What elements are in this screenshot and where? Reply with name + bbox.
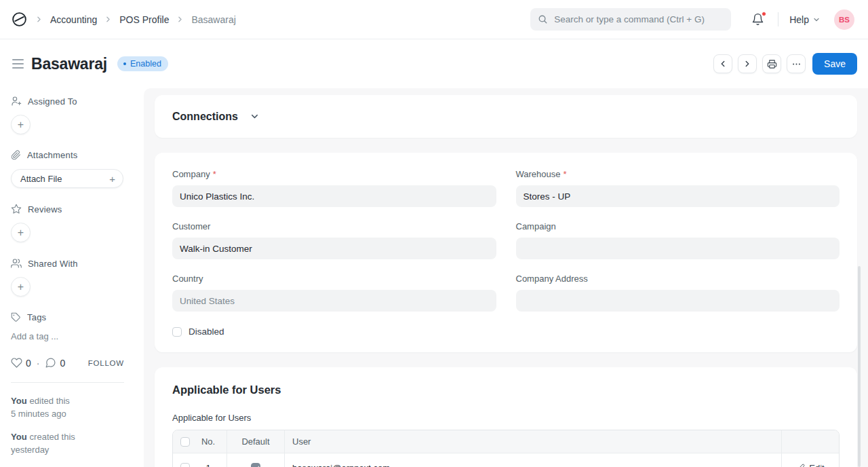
default-checkbox[interactable] <box>251 463 260 467</box>
plus-icon: + <box>109 173 115 185</box>
form-sidebar: Assigned To + Attachments Attach File + <box>0 88 144 467</box>
scrollbar-thumb[interactable] <box>858 266 861 467</box>
search-icon <box>538 14 548 24</box>
chevron-right-icon <box>743 59 752 69</box>
heart-icon[interactable] <box>11 357 22 369</box>
add-review-button[interactable]: + <box>11 223 31 242</box>
disabled-checkbox[interactable] <box>172 327 182 337</box>
printer-icon <box>767 59 777 69</box>
row-select-checkbox[interactable] <box>180 463 190 467</box>
disabled-label: Disabled <box>189 326 224 337</box>
connections-section[interactable]: Connections <box>155 95 857 138</box>
applicable-users-section: Applicable for Users Applicable for User… <box>155 367 857 467</box>
connections-title: Connections <box>172 111 238 123</box>
activity-time: 5 minutes ago <box>11 407 124 420</box>
help-menu[interactable]: Help <box>789 14 821 25</box>
row-number: 1 <box>190 463 226 467</box>
users-icon <box>11 258 22 269</box>
activity-created: Youcreated this yesterday <box>11 430 124 456</box>
top-navbar: Accounting POS Profile Basawaraj Search … <box>0 0 868 39</box>
user-plus-icon <box>11 96 22 107</box>
table-row[interactable]: 1 basawaraj@erpnext.com <box>173 453 839 467</box>
required-asterisk: * <box>564 169 567 179</box>
avatar[interactable]: BS <box>834 10 854 30</box>
select-all-checkbox[interactable] <box>180 437 190 447</box>
more-actions-button[interactable] <box>787 54 806 73</box>
edit-row-button[interactable]: Edit <box>796 463 824 467</box>
country-field[interactable]: United States <box>172 290 496 312</box>
activity-user: You <box>11 396 27 406</box>
company-address-field[interactable] <box>516 290 840 312</box>
page-header: Basawaraj Enabled <box>0 39 868 88</box>
chevron-left-icon <box>718 59 728 69</box>
chevron-right-icon <box>104 15 113 24</box>
reviews-label: Reviews <box>28 204 62 214</box>
company-field[interactable]: Unico Plastics Inc. <box>172 185 496 207</box>
company-label: Company <box>172 169 210 179</box>
counts-separator: · <box>37 358 40 369</box>
applicable-users-title: Applicable for Users <box>172 384 840 396</box>
search-input[interactable]: Search or type a command (Ctrl + G) <box>530 8 731 31</box>
breadcrumb-accounting[interactable]: Accounting <box>50 14 97 25</box>
field-country: Country United States <box>172 274 496 312</box>
notifications-button[interactable] <box>750 12 766 27</box>
form-main-area: Connections Company* Unico Plastics Inc.… <box>144 88 868 467</box>
column-no: No. <box>190 436 226 447</box>
chevron-right-icon <box>176 15 184 24</box>
add-tag-input[interactable]: Add a tag ... <box>11 331 144 341</box>
shared-with-label: Shared With <box>28 259 78 269</box>
chevron-down-icon <box>812 16 821 24</box>
field-campaign: Campaign <box>516 221 840 259</box>
warehouse-label: Warehouse <box>516 169 561 179</box>
breadcrumb-pos-profile[interactable]: POS Profile <box>119 14 169 25</box>
column-actions <box>781 430 839 453</box>
user-cell[interactable]: basawaraj@erpnext.com <box>285 453 781 467</box>
applicable-users-table-label: Applicable for Users <box>172 413 840 423</box>
column-default: Default <box>227 430 285 453</box>
divider <box>778 12 778 26</box>
search-placeholder: Search or type a command (Ctrl + G) <box>554 14 705 24</box>
page-title: Basawaraj <box>31 55 107 73</box>
warehouse-field[interactable]: Stores - UP <box>516 185 840 207</box>
tag-icon <box>11 312 21 322</box>
add-assignment-button[interactable]: + <box>11 115 31 134</box>
company-address-label: Company Address <box>516 274 588 284</box>
status-dot-icon <box>123 62 126 65</box>
activity-time: yesterday <box>11 443 124 456</box>
pos-profile-form-section: Company* Unico Plastics Inc. Warehouse* … <box>155 153 857 352</box>
status-badge: Enabled <box>117 56 168 71</box>
campaign-label: Campaign <box>516 221 556 231</box>
next-record-button[interactable] <box>738 54 757 73</box>
field-company-address: Company Address <box>516 274 840 312</box>
chevron-right-icon <box>35 15 43 24</box>
applicable-users-table: No. Default User 1 basawaraj@erpnext.com <box>172 430 840 467</box>
print-button[interactable] <box>762 54 781 73</box>
country-label: Country <box>172 274 203 284</box>
breadcrumb: Accounting POS Profile Basawaraj <box>11 11 236 28</box>
app-logo-icon[interactable] <box>11 11 28 28</box>
previous-record-button[interactable] <box>713 54 732 73</box>
attachments-section: Attachments <box>11 150 144 160</box>
tags-section: Tags <box>11 312 144 322</box>
shared-with-section: Shared With <box>11 258 144 269</box>
activity-edited: Youedited this 5 minutes ago <box>11 394 124 420</box>
save-button[interactable]: Save <box>812 53 857 75</box>
add-share-button[interactable]: + <box>11 277 31 297</box>
pencil-icon <box>796 464 805 467</box>
status-badge-label: Enabled <box>130 59 161 69</box>
star-icon <box>11 204 22 214</box>
follow-button[interactable]: FOLLOW <box>88 359 124 367</box>
table-header-row: No. Default User <box>173 430 839 453</box>
assigned-to-section: Assigned To <box>11 96 144 107</box>
sidebar-toggle-icon[interactable] <box>11 56 25 71</box>
divider <box>11 382 124 383</box>
disabled-checkbox-row[interactable]: Disabled <box>172 326 840 337</box>
attach-file-button[interactable]: Attach File + <box>11 169 123 188</box>
help-label: Help <box>789 14 809 25</box>
required-asterisk: * <box>213 169 216 179</box>
comment-count: 0 <box>60 358 65 369</box>
campaign-field[interactable] <box>516 238 840 259</box>
breadcrumb-current: Basawaraj <box>191 14 235 25</box>
customer-field[interactable]: Walk-in Customer <box>172 238 496 259</box>
comment-icon[interactable] <box>45 357 56 369</box>
